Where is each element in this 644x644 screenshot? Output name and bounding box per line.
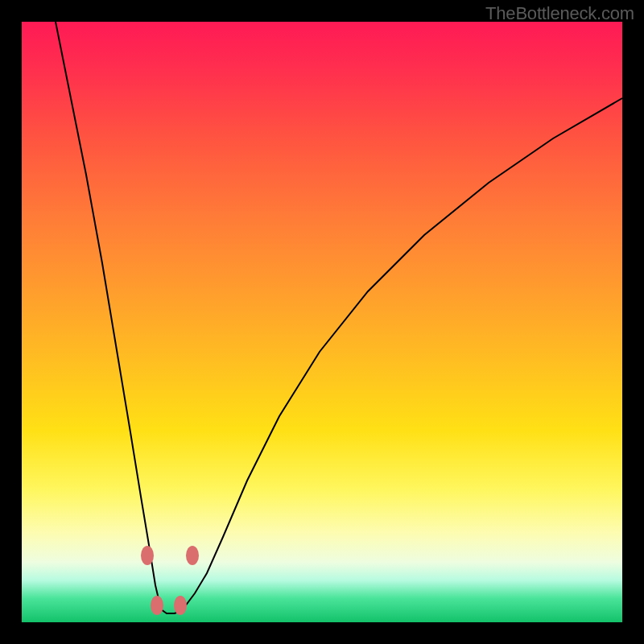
watermark-text: TheBottleneck.com: [485, 3, 634, 24]
trough-marker-right-lower: [174, 596, 187, 615]
bottleneck-curve-svg: [22, 22, 622, 622]
trough-marker-left-upper: [141, 546, 154, 565]
trough-markers: [141, 546, 199, 615]
trough-marker-right-upper: [186, 546, 199, 565]
trough-marker-left-lower: [151, 596, 163, 615]
plot-frame: [22, 22, 622, 622]
bottleneck-curve: [56, 22, 622, 613]
